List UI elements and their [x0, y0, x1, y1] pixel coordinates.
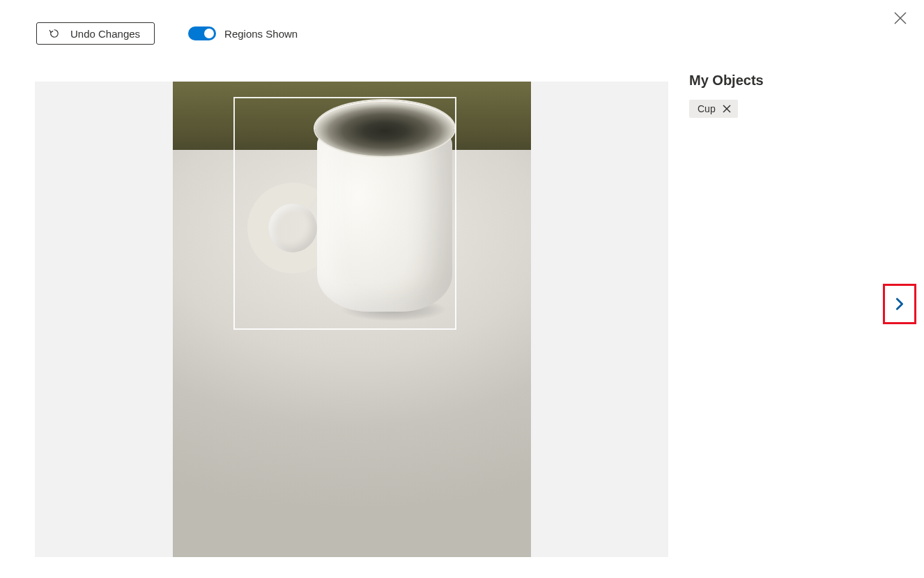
- chevron-right-icon: [892, 294, 907, 314]
- close-icon: [721, 103, 732, 114]
- training-image: [173, 82, 531, 557]
- object-tag-label: Cup: [698, 103, 716, 114]
- regions-shown-toggle[interactable]: [188, 26, 216, 40]
- regions-shown-label: Regions Shown: [224, 28, 298, 40]
- objects-panel-title: My Objects: [689, 73, 898, 89]
- close-button[interactable]: [892, 10, 909, 26]
- regions-shown-control: Regions Shown: [188, 26, 298, 40]
- object-tag-cup[interactable]: Cup: [689, 100, 738, 118]
- toolbar: Undo Changes Regions Shown: [36, 22, 298, 45]
- undo-icon: [48, 27, 61, 40]
- remove-tag-button[interactable]: [721, 103, 732, 114]
- undo-changes-button[interactable]: Undo Changes: [36, 22, 155, 45]
- toggle-knob: [204, 29, 214, 38]
- close-icon: [892, 10, 909, 26]
- objects-panel: My Objects Cup: [689, 73, 898, 118]
- next-image-button[interactable]: [883, 284, 916, 324]
- undo-changes-label: Undo Changes: [70, 28, 140, 40]
- image-canvas[interactable]: [35, 82, 668, 557]
- image-cup-rim: [315, 100, 454, 156]
